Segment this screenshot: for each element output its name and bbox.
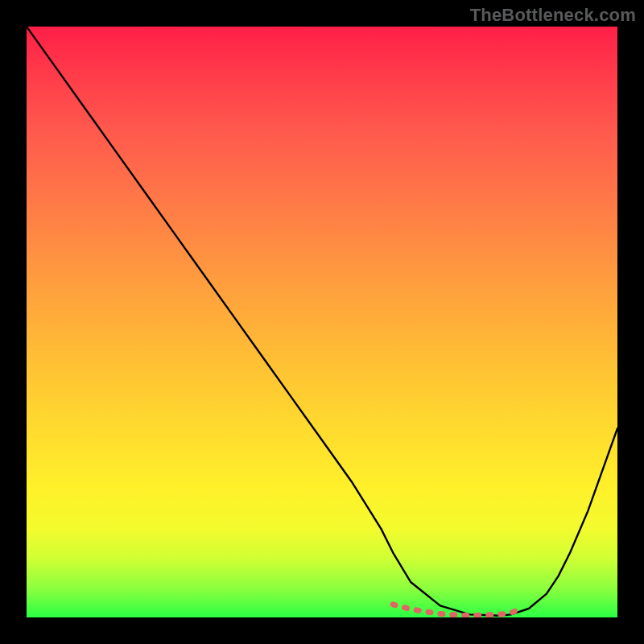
plot-area	[27, 27, 617, 617]
watermark-label: TheBottleneck.com	[470, 5, 636, 26]
accent-marker-line	[393, 605, 522, 616]
chart-svg	[27, 27, 617, 617]
chart-frame: TheBottleneck.com	[0, 0, 644, 644]
curve-line	[27, 27, 617, 616]
